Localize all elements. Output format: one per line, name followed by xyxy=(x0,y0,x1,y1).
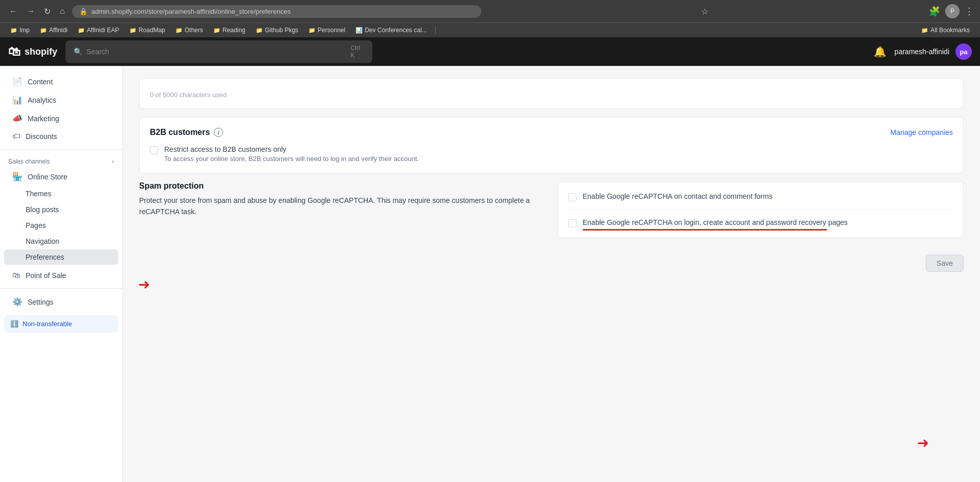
recaptcha-login-checkbox[interactable] xyxy=(568,219,576,227)
folder-icon: 📁 xyxy=(308,27,316,34)
sidebar-item-online-store[interactable]: 🏪 Online Store xyxy=(4,168,118,186)
sidebar-item-label: Marketing xyxy=(28,114,59,123)
store-avatar[interactable]: pa xyxy=(955,43,972,60)
bookmark-label: Personnel xyxy=(318,27,345,34)
spam-checkbox-row-2: Enable Google reCAPTCHA on login, create… xyxy=(568,210,953,227)
spam-checkbox-row-1: Enable Google reCAPTCHA on contact and c… xyxy=(568,192,953,201)
bookmark-label: Imp xyxy=(19,27,30,34)
search-input[interactable] xyxy=(86,48,346,56)
all-bookmarks[interactable]: 📁 All Bookmarks xyxy=(917,25,974,35)
extensions-button[interactable]: 🧩 xyxy=(929,6,940,17)
bookmark-roadmap[interactable]: 📁 RoadMap xyxy=(125,25,169,35)
menu-button[interactable]: ⋮ xyxy=(965,6,974,17)
b2b-checkbox-desc: To access your online store, B2B custome… xyxy=(164,155,419,163)
search-bar[interactable]: 🔍 Ctrl K xyxy=(65,40,372,63)
top-nav-right: 🔔 paramesh-affinidi pa xyxy=(872,43,972,60)
sidebar-item-discounts[interactable]: 🏷 Discounts xyxy=(4,128,118,145)
refresh-button[interactable]: ↻ xyxy=(41,6,54,17)
sidebar-item-label: Settings xyxy=(28,298,54,306)
online-store-icon: 🏪 xyxy=(12,172,23,181)
bookmark-label: Dev Conferences cal... xyxy=(365,27,427,34)
sales-channels-section[interactable]: Sales channels › xyxy=(0,154,122,167)
content-icon: 📄 xyxy=(12,77,23,86)
sub-item-label: Blog posts xyxy=(26,205,59,214)
info-icon: ℹ️ xyxy=(10,320,18,328)
bookmark-reading[interactable]: 📁 Reading xyxy=(209,25,250,35)
sidebar-item-analytics[interactable]: 📊 Analytics xyxy=(4,91,118,109)
discounts-icon: 🏷 xyxy=(12,132,20,141)
recaptcha-login-label: Enable Google reCAPTCHA on login, create… xyxy=(583,218,848,226)
sidebar-item-label: Discounts xyxy=(26,132,57,141)
main-area: 📄 Content 📊 Analytics 📣 Marketing 🏷 Disc… xyxy=(0,66,980,482)
sidebar-divider-2 xyxy=(0,288,122,289)
bookmark-star[interactable]: ☆ xyxy=(701,7,708,16)
bookmarks-divider xyxy=(435,26,436,34)
url-text: admin.shopify.com/store/paramesh-affinid… xyxy=(92,8,291,15)
char-count: 0 of 5000 characters used xyxy=(150,91,953,99)
b2b-title: B2B customers i xyxy=(150,128,223,137)
sidebar-sub-pages[interactable]: Pages xyxy=(4,218,118,233)
b2b-checkbox-label: Restrict access to B2B customers only xyxy=(164,145,419,153)
marketing-icon: 📣 xyxy=(12,113,23,123)
address-bar[interactable]: 🔒 admin.shopify.com/store/paramesh-affin… xyxy=(72,5,481,18)
folder-icon: 📁 xyxy=(921,27,928,34)
bookmark-github[interactable]: 📁 Github Pkgs xyxy=(252,25,302,35)
sidebar-divider-1 xyxy=(0,149,122,150)
sales-channels-label: Sales channels xyxy=(8,158,50,165)
page-content: 0 of 5000 characters used B2B customers … xyxy=(123,66,980,482)
analytics-icon: 📊 xyxy=(12,95,23,105)
sidebar-item-settings[interactable]: ⚙️ Settings xyxy=(4,293,118,311)
bookmark-label: Github Pkgs xyxy=(265,27,298,34)
home-button[interactable]: ⌂ xyxy=(57,6,68,17)
search-shortcut: Ctrl K xyxy=(350,44,364,59)
bookmark-label: Affinidi EAP xyxy=(87,27,119,34)
sub-item-label: Navigation xyxy=(26,237,59,245)
expand-icon: › xyxy=(112,158,114,165)
sidebar-sub-themes[interactable]: Themes xyxy=(4,186,118,201)
b2b-info-icon[interactable]: i xyxy=(214,128,223,137)
non-transferable-label: Non-transferable xyxy=(23,320,72,328)
back-button[interactable]: ← xyxy=(6,6,20,17)
bookmark-others[interactable]: 📁 Others xyxy=(171,25,207,35)
bookmark-dev-conf[interactable]: 📊 Dev Conferences cal... xyxy=(351,25,431,35)
bookmark-affinidi[interactable]: 📁 Affinidi xyxy=(36,25,72,35)
folder-icon: 📁 xyxy=(175,27,183,34)
red-underline-annotation xyxy=(583,229,827,231)
logo-text: shopify xyxy=(25,47,57,57)
app-layout: 🛍 shopify 🔍 Ctrl K 🔔 paramesh-affinidi p… xyxy=(0,37,980,482)
search-icon: 🔍 xyxy=(74,48,82,56)
forward-button[interactable]: → xyxy=(24,6,38,17)
bookmark-label: Reading xyxy=(222,27,246,34)
spam-description: Protect your store from spam and abuse b… xyxy=(139,195,545,218)
non-transferable-badge[interactable]: ℹ️ Non-transferable xyxy=(4,315,118,333)
manage-companies-link[interactable]: Manage companies xyxy=(890,128,953,136)
spam-right: Enable Google reCAPTCHA on contact and c… xyxy=(558,181,964,238)
sidebar-sub-blog-posts[interactable]: Blog posts xyxy=(4,202,118,217)
sidebar-item-marketing[interactable]: 📣 Marketing xyxy=(4,109,118,127)
bookmark-affinidi-eap[interactable]: 📁 Affinidi EAP xyxy=(74,25,123,35)
b2b-checkbox-row: Restrict access to B2B customers only To… xyxy=(150,145,953,163)
profile-button[interactable]: P xyxy=(945,4,960,18)
sidebar-sub-preferences[interactable]: Preferences xyxy=(4,249,118,265)
browser-action-buttons: 🧩 P ⋮ xyxy=(929,4,974,18)
bookmark-imp[interactable]: 📁 Imp xyxy=(6,25,34,35)
sub-item-label: Pages xyxy=(26,221,46,229)
spam-left: Spam protection Protect your store from … xyxy=(139,181,545,238)
sidebar-item-content[interactable]: 📄 Content xyxy=(4,73,118,90)
notifications-button[interactable]: 🔔 xyxy=(872,43,888,60)
sidebar-main-section: 📄 Content 📊 Analytics 📣 Marketing 🏷 Disc… xyxy=(0,73,122,145)
browser-chrome: ← → ↻ ⌂ 🔒 admin.shopify.com/store/parame… xyxy=(0,0,980,22)
save-button[interactable]: Save xyxy=(926,255,964,272)
browser-nav: ← → ↻ ⌂ xyxy=(6,6,68,17)
b2b-restrict-checkbox[interactable] xyxy=(150,146,158,154)
recaptcha-contact-checkbox[interactable] xyxy=(568,193,576,201)
sidebar-item-pos[interactable]: 🛍 Point of Sale xyxy=(4,267,118,284)
sidebar-sub-navigation[interactable]: Navigation xyxy=(4,234,118,249)
sub-item-label: Preferences xyxy=(26,253,64,261)
spam-section: Spam protection Protect your store from … xyxy=(139,181,964,238)
b2b-card: B2B customers i Manage companies Restric… xyxy=(139,117,964,173)
settings-icon: ⚙️ xyxy=(12,297,23,307)
folder-icon: 📁 xyxy=(10,27,17,34)
bookmarks-bar: 📁 Imp 📁 Affinidi 📁 Affinidi EAP 📁 RoadMa… xyxy=(0,22,980,37)
bookmark-personnel[interactable]: 📁 Personnel xyxy=(304,25,349,35)
